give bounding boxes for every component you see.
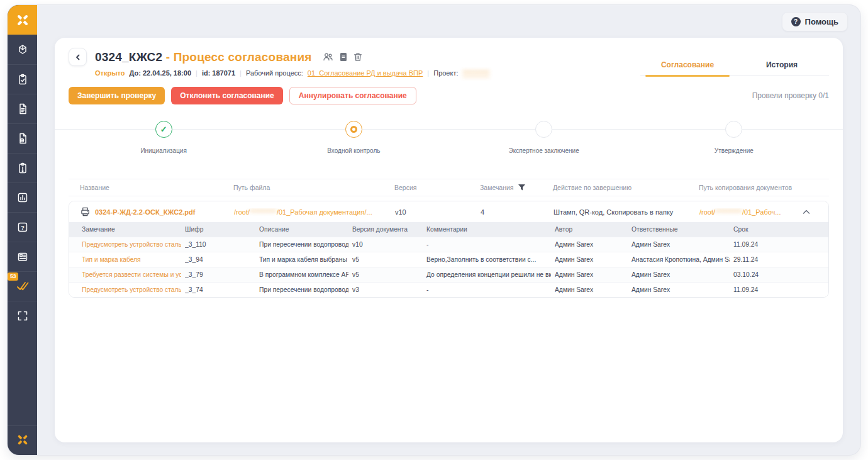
document-icon <box>16 103 29 115</box>
document-row[interactable]: 0324-Р-ЖД-2.2-ОСК_КЖС2.pdf /root/*******… <box>69 201 828 222</box>
models-icon <box>16 43 29 56</box>
sidebar-item-models[interactable] <box>8 35 37 64</box>
workflow-link[interactable]: 01_Согласование РД и выдача ВПР <box>308 69 423 77</box>
copy-path[interactable]: /root/**********/01_Рабоч... <box>699 208 796 216</box>
app-window: ? 53 ? <box>8 5 860 455</box>
step-input-control: Входной контроль <box>259 121 448 162</box>
process-id: id: 187071 <box>202 69 235 77</box>
help-label: Помощь <box>805 17 838 26</box>
sidebar-footer-logo[interactable] <box>8 425 37 455</box>
double-check-icon <box>16 280 30 293</box>
sidebar-item-approvals[interactable]: 53 <box>8 271 37 301</box>
main-area: ? Помощь 0324_КЖС2 - Процесс согласовани… <box>37 5 860 455</box>
step-pending-icon <box>535 121 552 138</box>
remark-row[interactable]: Предусмотреть устройство стального футл.… <box>69 282 828 297</box>
process-header: 0324_КЖС2 - Процесс согласования <box>69 48 829 77</box>
documents-table-header: Название Путь файла Версия Замечания Дей… <box>69 179 829 196</box>
remark-link[interactable]: Предусмотреть устройство стального футл.… <box>82 241 181 248</box>
copy-id-icon[interactable] <box>340 52 347 62</box>
remark-link[interactable]: Требуется развести системы и устранить к… <box>82 271 181 278</box>
tab-bar: Согласование История <box>640 60 829 76</box>
completion-action: Штамп, QR-код, Скопировать в папку <box>554 208 699 216</box>
page-title: 0324_КЖС2 - Процесс согласования <box>95 50 312 64</box>
sidebar: ? 53 <box>8 5 37 455</box>
remark-link[interactable]: Предусмотреть устройство стального футл.… <box>82 286 181 293</box>
back-button[interactable] <box>69 48 87 66</box>
annul-approval-button[interactable]: Аннулировать согласование <box>289 87 416 104</box>
remark-link[interactable]: Тип и марка кабеля <box>82 256 181 263</box>
sarex-logo-footer-icon <box>16 434 29 446</box>
tab-approval[interactable]: Согласование <box>640 60 735 76</box>
document-group: 0324-Р-ЖД-2.2-ОСК_КЖС2.pdf /root/*******… <box>69 201 829 298</box>
step-initialization: ✓ Инициализация <box>69 121 259 162</box>
clipboard-alert-icon <box>16 162 29 174</box>
sidebar-item-registry[interactable] <box>8 242 37 271</box>
check-progress-note: Провели проверку 0/1 <box>752 91 829 100</box>
pdf-file-icon <box>81 207 90 216</box>
sidebar-item-expand[interactable] <box>8 301 37 330</box>
document-stamp-icon <box>16 132 29 145</box>
documents-table: Название Путь файла Версия Замечания Дей… <box>69 179 829 298</box>
sidebar-item-documents[interactable] <box>8 94 37 123</box>
question-icon: ? <box>16 221 29 233</box>
sidebar-item-tasks[interactable] <box>8 64 37 94</box>
workflow-label: Рабочий процесс: <box>246 69 303 77</box>
status-badge: Открыто <box>95 69 125 77</box>
action-bar: Завершить проверку Отклонить согласовани… <box>69 87 829 104</box>
topbar: ? Помощь <box>37 5 860 38</box>
filter-icon[interactable] <box>518 184 526 191</box>
bar-chart-icon <box>16 191 29 204</box>
sarex-logo-icon <box>16 13 30 27</box>
remark-row[interactable]: Требуется развести системы и устранить к… <box>69 267 828 282</box>
expand-icon <box>17 310 28 322</box>
chevron-left-icon <box>74 53 82 61</box>
project-label: Проект: <box>433 69 458 77</box>
help-button[interactable]: ? Помощь <box>782 12 848 31</box>
tab-history[interactable]: История <box>735 60 829 76</box>
document-name-link[interactable]: 0324-Р-ЖД-2.2-ОСК_КЖС2.pdf <box>95 208 195 216</box>
file-path[interactable]: /root/**********/01_Рабочая документация… <box>234 208 395 216</box>
remarks-count: 4 <box>481 208 554 216</box>
help-icon: ? <box>791 17 801 26</box>
clipboard-check-icon <box>16 73 29 86</box>
file-version: v10 <box>395 208 481 216</box>
collapse-row-button[interactable] <box>796 210 817 215</box>
sidebar-item-stamped-docs[interactable] <box>8 123 37 153</box>
sidebar-item-reports[interactable] <box>8 182 37 212</box>
svg-text:?: ? <box>21 224 25 231</box>
app: ? 53 ? <box>0 0 868 460</box>
workflow-stepper: ✓ Инициализация Входной контроль Эксперт… <box>69 121 829 162</box>
content-card: 0324_КЖС2 - Процесс согласования <box>55 38 843 442</box>
approvals-count-badge: 53 <box>8 272 18 281</box>
chevron-up-icon <box>803 210 810 215</box>
step-pending-icon <box>725 121 742 138</box>
project-link-redacted[interactable]: ********** <box>463 69 490 77</box>
remark-row[interactable]: Предусмотреть устройство стального футл.… <box>69 237 828 252</box>
step-approval: Утверждение <box>639 121 829 162</box>
remarks-table-header: Замечание Шифр Описание Версия документа… <box>69 222 828 237</box>
sarex-logo[interactable] <box>8 5 37 35</box>
finish-check-button[interactable]: Завершить проверку <box>69 87 165 104</box>
step-expert-review: Экспертное заключение <box>449 121 639 162</box>
step-done-icon: ✓ <box>155 121 172 138</box>
step-current-icon <box>345 121 362 138</box>
participants-icon[interactable] <box>323 52 333 62</box>
sidebar-item-help[interactable]: ? <box>8 212 37 242</box>
remark-row[interactable]: Тип и марка кабеля _3_94 Тип и марка каб… <box>69 252 828 267</box>
due-date: До: 22.04.25, 18:00 <box>130 69 191 77</box>
registry-icon <box>16 250 29 263</box>
sidebar-item-issues[interactable] <box>8 153 37 182</box>
decline-approval-button[interactable]: Отклонить согласование <box>171 87 283 104</box>
trash-icon[interactable] <box>353 52 362 62</box>
